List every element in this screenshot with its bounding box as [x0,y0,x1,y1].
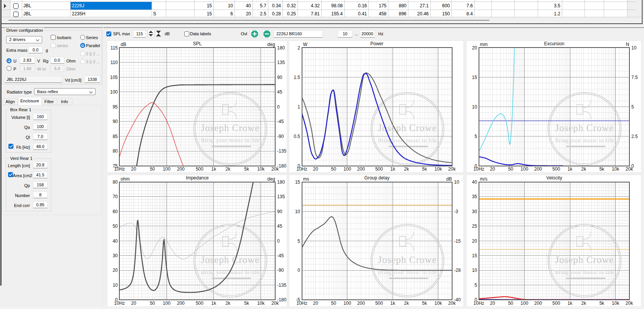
svg-text:2.5: 2.5 [260,11,266,16]
svg-text:-45: -45 [277,119,284,124]
svg-text:10k: 10k [434,301,442,306]
svg-text:50: 50 [150,301,155,306]
svg-text:200: 200 [357,301,365,306]
svg-text:45: 45 [277,224,282,229]
svg-text:-90: -90 [277,134,284,139]
svg-text:200: 200 [357,166,365,172]
svg-text:Joseph Crowe: Joseph Crowe [555,255,614,265]
svg-text:115: 115 [111,45,118,51]
svg-text:27.1: 27.1 [420,3,429,8]
svg-text:JBL: JBL [23,3,31,8]
svg-text:35: 35 [472,194,477,199]
svg-text:40: 40 [246,3,251,8]
svg-text:70: 70 [112,194,118,199]
svg-text:90: 90 [277,209,282,214]
svg-text:8.4: 8.4 [466,11,473,16]
svg-text:Bring your music to life: Bring your music to life [378,138,437,143]
svg-text:1k: 1k [211,166,217,172]
svg-text:-15: -15 [454,238,461,244]
svg-text:500: 500 [552,301,560,306]
svg-text:500: 500 [552,166,560,172]
svg-text:90: 90 [112,119,118,124]
svg-text:SPL: SPL [193,41,202,46]
svg-text:20k: 20k [448,301,456,306]
svg-text:5.7: 5.7 [260,3,266,8]
svg-text:0: 0 [297,268,300,273]
svg-text:50: 50 [508,166,514,172]
svg-text:95: 95 [112,104,118,110]
svg-text:20: 20 [490,301,495,306]
svg-text:1.2: 1.2 [554,11,560,16]
svg-text:m/s: m/s [480,176,487,182]
svg-text:2235H: 2235H [72,11,85,16]
svg-text:180: 180 [277,179,285,185]
svg-text:30: 30 [112,253,118,258]
svg-text:50: 50 [508,301,514,306]
svg-text:100: 100 [520,301,528,306]
svg-text:7.5: 7.5 [631,75,638,80]
svg-text:6: 6 [230,11,233,16]
svg-text:110: 110 [111,60,118,65]
svg-text:-135: -135 [277,148,286,154]
svg-text:2k: 2k [225,166,231,172]
svg-text:5: 5 [474,134,477,139]
svg-text:20: 20 [490,166,495,172]
svg-text:10Hz: 10Hz [114,166,125,172]
svg-text:10: 10 [112,283,118,288]
svg-text:Joseph Crowe: Joseph Crowe [378,255,437,265]
svg-text:Bring your music to life: Bring your music to life [555,138,614,143]
svg-text:Bring your music to life: Bring your music to life [201,138,260,143]
svg-text:Bring your music to life: Bring your music to life [555,270,614,275]
svg-text:180: 180 [277,45,285,51]
svg-text:3.5: 3.5 [554,3,560,8]
svg-text:-28: -28 [454,268,461,273]
svg-text:600: 600 [442,3,450,8]
svg-text:dB: dB [446,176,452,182]
svg-text:10k: 10k [612,166,619,172]
svg-text:-135: -135 [277,283,286,288]
svg-text:135: 135 [277,194,285,199]
svg-text:100: 100 [110,89,118,95]
svg-text:5: 5 [631,104,634,110]
svg-text:20k: 20k [271,301,279,306]
svg-text:2: 2 [297,45,300,51]
svg-text:896: 896 [399,11,406,16]
svg-text:15: 15 [207,11,212,16]
svg-text:20k: 20k [271,166,279,172]
svg-text:5k: 5k [422,301,428,306]
svg-text:85: 85 [112,134,118,139]
svg-text:20k: 20k [626,301,633,306]
svg-text:0.16: 0.16 [358,3,367,8]
svg-text:10k: 10k [434,166,442,172]
svg-text:Power: Power [370,41,383,46]
svg-text:deg: deg [268,42,275,47]
svg-text:200: 200 [177,166,185,172]
svg-text:ohm: ohm [121,176,129,182]
svg-text:0: 0 [277,238,280,244]
svg-text:10: 10 [472,104,477,110]
svg-text:100: 100 [163,166,170,172]
svg-text:20.46: 20.46 [417,11,429,16]
svg-text:20: 20 [313,166,319,172]
svg-text:500: 500 [196,166,203,172]
svg-text:5k: 5k [422,166,428,172]
svg-text:0.41: 0.41 [358,11,367,16]
svg-text:2k: 2k [581,166,586,172]
svg-text:10Hz: 10Hz [474,301,484,306]
svg-text:500: 500 [375,166,383,172]
svg-text:1.5: 1.5 [294,75,300,80]
svg-text:200: 200 [534,301,542,306]
svg-text:100: 100 [520,166,528,172]
svg-text:15: 15 [295,179,301,185]
svg-text:0.25: 0.25 [287,11,296,16]
svg-text:5k: 5k [599,166,605,172]
svg-text:10Hz: 10Hz [474,166,484,172]
svg-text:2k: 2k [404,166,410,172]
svg-text:10k: 10k [257,166,265,172]
svg-text:10: 10 [295,209,301,214]
svg-text:10: 10 [472,268,477,273]
svg-text:Joseph Crowe: Joseph Crowe [201,255,260,265]
svg-text:175: 175 [379,3,386,8]
svg-text:100: 100 [343,301,351,306]
svg-text:15: 15 [472,253,477,258]
